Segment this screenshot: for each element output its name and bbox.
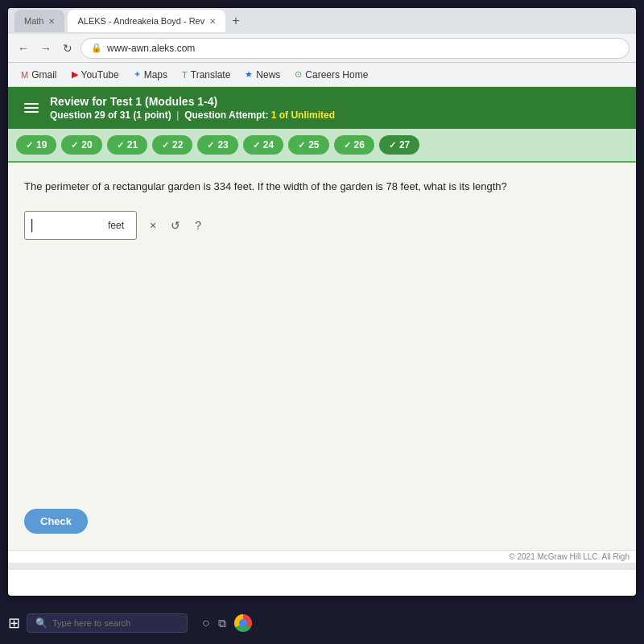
taskview-icon[interactable]: ⧉ (218, 617, 226, 630)
news-icon: ★ (245, 69, 253, 80)
question-area: The perimeter of a rectangular garden is… (8, 163, 636, 404)
bookmark-maps[interactable]: ✦ Maps (127, 68, 174, 82)
attempt-label: Question Attempt: (184, 109, 268, 121)
copyright-text: © 2021 McGraw Hill LLC. All Righ (509, 552, 630, 561)
secure-icon: 🔒 (91, 43, 102, 53)
q-num-21[interactable]: ✓ 21 (107, 135, 147, 155)
bookmark-careers-label: Careers Home (305, 69, 368, 80)
tab-math-close[interactable]: ✕ (48, 17, 55, 26)
question-info: Question 29 of 31 (1 point) | Question A… (50, 109, 335, 121)
address-bar[interactable]: 🔒 www-awn.aleks.com (80, 38, 630, 59)
tab-aleks-close[interactable]: ✕ (209, 17, 216, 26)
taskbar-search-input[interactable] (52, 618, 165, 628)
back-button[interactable]: ← (14, 40, 32, 56)
tab-aleks-label: ALEKS - Andreakeia Boyd - Rev (77, 16, 204, 26)
browser-titlebar: Math ✕ ALEKS - Andreakeia Boyd - Rev ✕ + (8, 8, 636, 34)
bookmark-translate[interactable]: T Translate (175, 68, 237, 82)
maps-icon: ✦ (134, 69, 141, 80)
point-info: (1 point) (133, 109, 171, 121)
taskbar: ⊞ 🔍 ○ ⧉ (0, 602, 644, 644)
tab-aleks[interactable]: ALEKS - Andreakeia Boyd - Rev ✕ (68, 10, 225, 32)
copyright-bar: © 2021 McGraw Hill LLC. All Righ (8, 550, 636, 563)
aleks-header: Review for Test 1 (Modules 1-4) Question… (8, 87, 636, 129)
cortana-icon[interactable]: ○ (202, 616, 210, 630)
check-section: Check (8, 501, 636, 550)
forward-button[interactable]: → (37, 40, 55, 56)
hamburger-menu[interactable] (21, 100, 42, 116)
gmail-icon: M (21, 70, 28, 80)
review-title: Review for Test 1 (Modules 1-4) (50, 95, 335, 108)
help-button[interactable]: ? (192, 216, 204, 235)
answer-row: ▏ feet × ↺ ? (24, 211, 620, 240)
check-button[interactable]: Check (24, 509, 88, 534)
bookmark-gmail[interactable]: M Gmail (14, 68, 64, 82)
q-num-24[interactable]: ✓ 24 (243, 135, 283, 155)
refresh-button[interactable]: ↻ (60, 40, 76, 56)
bookmark-careers[interactable]: ⊙ Careers Home (288, 68, 374, 82)
bookmark-translate-label: Translate (191, 69, 231, 80)
taskbar-search-icon: 🔍 (35, 617, 47, 629)
answer-input[interactable] (43, 220, 108, 231)
q-num-26[interactable]: ✓ 26 (334, 135, 374, 155)
feet-label: feet (108, 220, 124, 231)
bookmark-gmail-label: Gmail (31, 69, 56, 80)
browser-window: Math ✕ ALEKS - Andreakeia Boyd - Rev ✕ +… (8, 8, 636, 596)
address-text: www-awn.aleks.com (107, 43, 195, 54)
action-buttons: × ↺ ? (147, 216, 204, 235)
tab-math-label: Math (24, 16, 43, 26)
chrome-taskbar-icon[interactable] (234, 614, 252, 632)
bookmark-news-label: News (256, 69, 280, 80)
aleks-content: Review for Test 1 (Modules 1-4) Question… (8, 87, 636, 570)
q-num-25[interactable]: ✓ 25 (288, 135, 328, 155)
undo-button[interactable]: ↺ (167, 216, 184, 235)
q-num-22[interactable]: ✓ 22 (152, 135, 192, 155)
careers-icon: ⊙ (295, 69, 302, 80)
windows-start-icon[interactable]: ⊞ (8, 614, 20, 632)
taskbar-search[interactable]: 🔍 (27, 613, 188, 633)
answer-input-wrapper[interactable]: ▏ feet (24, 211, 137, 240)
tab-math[interactable]: Math ✕ (14, 10, 64, 32)
cursor-icon: ▏ (31, 219, 40, 232)
q-num-23[interactable]: ✓ 23 (197, 135, 237, 155)
clear-button[interactable]: × (147, 216, 159, 235)
question-text: The perimeter of a rectangular garden is… (24, 179, 620, 195)
bookmark-youtube-label: YouTube (81, 69, 119, 80)
taskbar-icons: ○ ⧉ (202, 614, 252, 632)
browser-toolbar: ← → ↻ 🔒 www-awn.aleks.com (8, 34, 636, 63)
translate-icon: T (182, 70, 188, 80)
spacer (8, 404, 636, 501)
bookmark-maps-label: Maps (144, 69, 167, 80)
attempt-value: 1 of Unlimited (271, 109, 335, 121)
bookmark-news[interactable]: ★ News (238, 68, 287, 82)
question-number: Question 29 of 31 (50, 109, 130, 121)
youtube-icon: ▶ (72, 69, 78, 80)
question-numbers-bar: ✓ 19 ✓ 20 ✓ 21 ✓ 22 ✓ 23 ✓ 24 (8, 129, 636, 163)
q-num-20[interactable]: ✓ 20 (61, 135, 101, 155)
q-num-27[interactable]: ✓ 27 (379, 135, 419, 155)
q-num-19[interactable]: ✓ 19 (16, 135, 56, 155)
bookmarks-bar: M Gmail ▶ YouTube ✦ Maps T Translate ★ N… (8, 63, 636, 87)
new-tab-button[interactable]: + (229, 14, 242, 28)
bookmark-youtube[interactable]: ▶ YouTube (65, 68, 126, 82)
